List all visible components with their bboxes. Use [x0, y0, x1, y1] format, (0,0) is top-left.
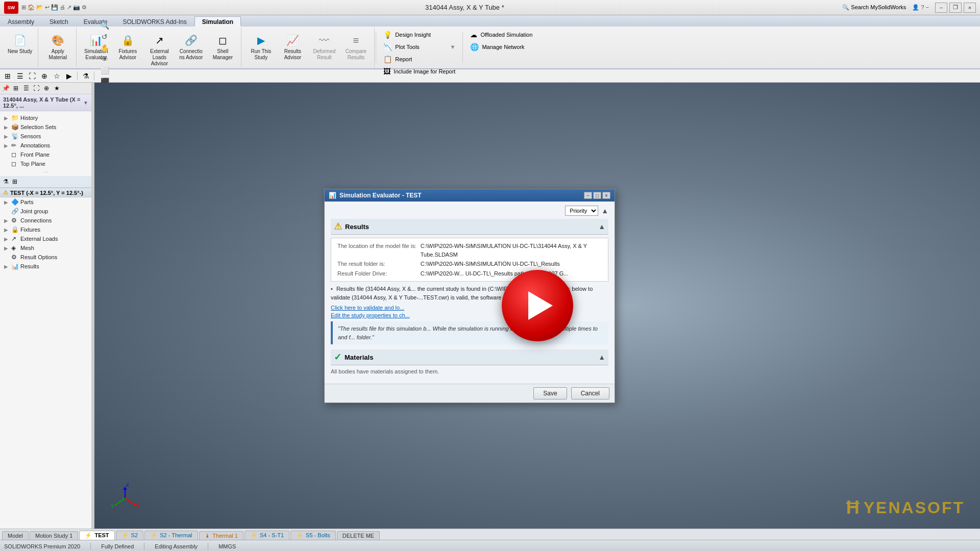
tab-s4[interactable]: ⚡ S4 - S-T1: [244, 531, 289, 540]
tree-item-results[interactable]: ▶ 📊 Results: [0, 262, 91, 271]
tree-label-history: History: [20, 115, 38, 121]
status-separator-3: [208, 543, 208, 550]
play-circle-button[interactable]: [502, 270, 573, 341]
tab-simulation[interactable]: Simulation: [194, 16, 241, 27]
apply-material-button[interactable]: 🎨 Apply Material: [42, 31, 73, 62]
display-icon[interactable]: ⬜: [99, 65, 110, 76]
tree-item-fixtures[interactable]: ▶ 🔒 Fixtures: [0, 225, 91, 234]
tree-item-sensors[interactable]: ▶ 📡 Sensors: [0, 132, 91, 141]
tree-item-history[interactable]: ▶ 📁 History: [0, 113, 91, 122]
minimize-button[interactable]: −: [935, 3, 947, 13]
tree-item-front-plane[interactable]: ◻ Front Plane: [0, 150, 91, 159]
tree-item-joint-group[interactable]: 🔗 Joint group: [0, 207, 91, 216]
toolbar-icon-4[interactable]: ⊕: [39, 70, 50, 82]
toolbar-icon-1[interactable]: ⊞: [2, 70, 13, 82]
sidebar-resize-area[interactable]: ⋯: [0, 168, 91, 176]
watermark-text: YENASOFT: [864, 498, 965, 517]
tab-s5[interactable]: ⚡ S5 - Bolts: [290, 531, 336, 540]
toolbar-arrow-right[interactable]: ▶: [63, 70, 75, 82]
shell-manager-button[interactable]: ◻ Shell Manager: [207, 31, 238, 62]
deformed-result-icon: 〰: [316, 32, 332, 48]
include-image-button[interactable]: 🖼 Include Image for Report: [381, 66, 457, 77]
deformed-result-button[interactable]: 〰 Deformed Result: [309, 31, 339, 62]
top-plane-icon: ◻: [11, 160, 18, 167]
tab-delete-me[interactable]: DELETE ME: [337, 531, 380, 540]
plot-tools-button[interactable]: 📉 Plot Tools ▼: [381, 42, 457, 52]
zoom-icon[interactable]: 🔍: [99, 20, 110, 31]
priority-select[interactable]: Priority All: [565, 206, 598, 216]
offloaded-sim-button[interactable]: ☁ Offloaded Simulation: [468, 30, 534, 40]
materials-collapse-btn[interactable]: ▲: [598, 353, 605, 361]
main-layout: 📌 ⊞ ☰ ⛶ ⊕ ★ 314044 Assy, X & Y Tube (X =…: [0, 83, 980, 529]
toolbar-icon-3[interactable]: ⛶: [27, 70, 38, 82]
tree-item-connections[interactable]: ▶ ⚙ Connections: [0, 216, 91, 225]
results-collapse-btn[interactable]: ▲: [598, 222, 605, 231]
compare-results-button[interactable]: ≡ Compare Results: [340, 31, 371, 62]
toolbar-separator-1: [77, 71, 78, 81]
toolbar-filter-icon[interactable]: ⚗: [80, 70, 91, 82]
dialog-minimize-button[interactable]: −: [584, 192, 592, 199]
play-video-overlay[interactable]: [502, 270, 573, 341]
tab-test[interactable]: ⚡ TEST: [79, 531, 114, 540]
view-icon[interactable]: 👁: [99, 54, 110, 65]
restore-button[interactable]: ❐: [949, 3, 962, 13]
fixtures-advisor-button[interactable]: 🔒 Fixtures Advisor: [112, 31, 143, 62]
toolbar-icon-2[interactable]: ☰: [14, 70, 26, 82]
connections-advisor-button[interactable]: 🔗 Connections Advisor: [176, 31, 206, 62]
new-study-button[interactable]: 📄 New Study: [5, 31, 35, 56]
sidebar-icon-6[interactable]: ★: [52, 84, 61, 93]
sidebar-icon-4[interactable]: ⛶: [32, 84, 41, 93]
tree-item-parts[interactable]: ▶ 🔷 Parts: [0, 197, 91, 207]
scroll-up-btn[interactable]: ▲: [601, 207, 608, 215]
toolbar-icon-5[interactable]: ☆: [51, 70, 62, 82]
offloaded-sim-label: Offloaded Simulation: [480, 32, 532, 38]
sidebar-scroll-down[interactable]: ▼: [83, 100, 88, 106]
results-advisor-button[interactable]: 📈 Results Advisor: [277, 31, 308, 62]
run-study-button[interactable]: ▶ Run This Study: [246, 31, 276, 62]
tab-s2-thermal[interactable]: ⚡ S2 - Thermal: [144, 531, 198, 540]
tab-motion-study[interactable]: Motion Study 1: [30, 531, 78, 540]
apply-material-label: Apply Material: [45, 48, 70, 61]
close-button[interactable]: ×: [964, 3, 976, 13]
tree-item-annotations[interactable]: ▶ ✏ Annotations: [0, 141, 91, 150]
tree-expand-selection: ▶: [4, 124, 9, 130]
tree-item-external-loads[interactable]: ▶ ↗ External Loads: [0, 234, 91, 243]
sim-section-icon-1[interactable]: ⚗: [1, 177, 10, 186]
rotate-icon[interactable]: ↺: [99, 31, 110, 42]
tree-item-top-plane[interactable]: ◻ Top Plane: [0, 159, 91, 168]
save-button[interactable]: Save: [533, 387, 567, 399]
tab-model[interactable]: Model: [2, 531, 29, 540]
shell-manager-label: Shell Manager: [210, 48, 235, 61]
external-loads-icon: ↗: [151, 32, 167, 48]
report-button[interactable]: 📋 Report: [381, 54, 457, 64]
ribbon-group-run: ▶ Run This Study 📈 Results Advisor 〰 Def…: [242, 28, 375, 67]
tab-assembly[interactable]: Assembly: [0, 16, 42, 27]
ribbon-group-new-study: 📄 New Study: [2, 28, 38, 67]
tree-item-mesh[interactable]: ▶ ◈ Mesh: [0, 243, 91, 253]
external-loads-button[interactable]: ↗ External Loads Advisor: [144, 31, 175, 68]
sidebar-icon-2[interactable]: ⊞: [11, 84, 20, 93]
fixtures-advisor-label: Fixtures Advisor: [115, 48, 140, 61]
tab-addins[interactable]: SOLIDWORKS Add-Ins: [115, 16, 194, 27]
tab-s2[interactable]: ⚡ S2: [116, 531, 144, 540]
tree-item-selection-sets[interactable]: ▶ 📦 Selection Sets: [0, 122, 91, 132]
design-insight-button[interactable]: 💡 Design Insight: [381, 30, 457, 40]
manage-network-button[interactable]: 🌐 Manage Network: [468, 42, 534, 52]
sim-section-icon-2[interactable]: ⊞: [10, 177, 19, 186]
cancel-button[interactable]: Cancel: [571, 387, 609, 399]
sidebar-icon-5[interactable]: ⊕: [42, 84, 51, 93]
deformed-result-label: Deformed Result: [311, 48, 337, 61]
dialog-close-button[interactable]: ×: [602, 192, 610, 199]
tab-test-label: TEST: [94, 532, 109, 538]
viewport[interactable]: X Y Z Ħ YENASOFT 📊 Simulation Evaluator …: [94, 83, 980, 529]
dialog-maximize-button[interactable]: □: [593, 192, 601, 199]
tab-test-sim-icon: ⚡: [85, 532, 92, 538]
sidebar-icon-3[interactable]: ☰: [21, 84, 31, 93]
tab-sketch[interactable]: Sketch: [42, 16, 76, 27]
tab-thermal-1[interactable]: 🌡 Thermal 1: [199, 531, 243, 540]
sidebar-pin-icon[interactable]: 📌: [1, 84, 10, 93]
tree-item-result-options[interactable]: ⚙ Result Options: [0, 253, 91, 262]
pan-icon[interactable]: ✋: [99, 42, 110, 54]
search-box[interactable]: 🔍 Search MySolidWorks: [842, 4, 906, 11]
ribbon-right-panel: 💡 Design Insight 📉 Plot Tools ▼ 📋 Report…: [377, 28, 461, 67]
